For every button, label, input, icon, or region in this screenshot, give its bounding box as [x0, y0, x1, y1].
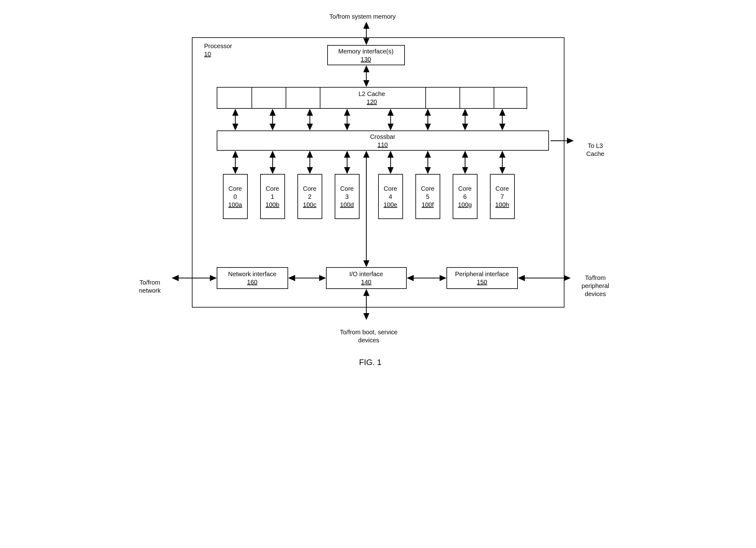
figure-label: FIG. 1: [347, 357, 394, 368]
label-top-external: To/from system memory: [304, 12, 422, 20]
processor-label: Processor 10: [204, 42, 232, 58]
l2-cache-box: L2 Cache 120: [217, 87, 527, 109]
core-6-box: Core 6 100g: [453, 174, 478, 219]
label-right-external: To L3 Cache: [574, 134, 617, 158]
network-interface-box: Network interface 160: [217, 267, 288, 289]
core-0-box: Core 0 100a: [223, 174, 248, 219]
label-bottom-external: To/from boot, service devices: [322, 320, 415, 344]
io-interface-box: I/O interface 140: [326, 267, 407, 289]
core-5-box: Core 5 100f: [415, 174, 440, 219]
core-4-box: Core 4 100e: [378, 174, 403, 219]
label-left-external: To/from network: [130, 270, 170, 295]
core-7-box: Core 7 100h: [490, 174, 515, 219]
peripheral-interface-box: Peripheral interface 150: [446, 267, 518, 289]
core-3-box: Core 3 100d: [335, 174, 360, 219]
label-bottom-right-external: To/from peripheral devices: [571, 265, 620, 298]
diagram-canvas: To/from system memory To L3 Cache To/fro…: [130, 12, 627, 385]
crossbar-box: Crossbar 110: [217, 130, 549, 151]
memory-interface-box: Memory interface(s) 130: [327, 45, 405, 65]
core-2-box: Core 2 100c: [297, 174, 322, 219]
core-1-box: Core 1 100b: [260, 174, 285, 219]
